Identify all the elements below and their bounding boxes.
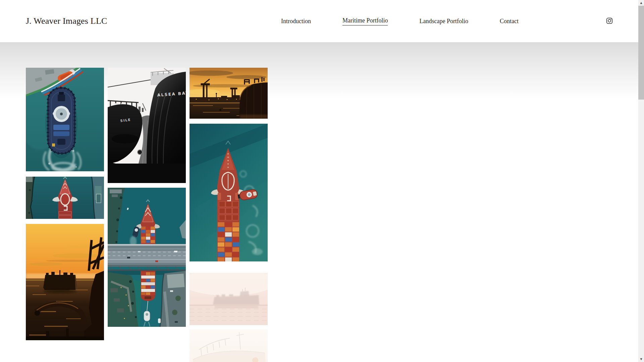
vertical-scrollbar[interactable]: ▲ ▼	[638, 0, 644, 362]
gallery-column-2: ALSEA BAY SILE	[108, 68, 186, 327]
sunset-car-carrier-photo	[26, 224, 104, 340]
gallery-column-1	[26, 68, 104, 340]
nav-maritime-portfolio[interactable]: Maritime Portfolio	[342, 17, 388, 25]
gallery-photo-bw-ship-hulls[interactable]: ALSEA BAY SILE	[108, 68, 186, 183]
scrollbar-down-button[interactable]: ▼	[638, 356, 644, 362]
gallery-photo-bridge-container-ship[interactable]	[108, 188, 186, 327]
faint-ship-bow-photo	[190, 329, 268, 362]
nav-landscape-portfolio[interactable]: Landscape Portfolio	[419, 18, 468, 25]
gallery-photo-tugboat-aerial[interactable]	[26, 68, 104, 171]
hazy-ship-mist-photo	[190, 273, 268, 325]
gallery-photo-sunset-harbor-cranes[interactable]	[190, 68, 268, 119]
gallery-photo-red-ship-bow-dock[interactable]	[26, 177, 104, 219]
maritime-portfolio-page: J. Weaver Images LLC Introduction Mariti…	[0, 0, 638, 362]
container-ship-tug-aerial-photo	[190, 124, 268, 261]
gallery-photo-faint-ship-bow[interactable]	[190, 329, 268, 362]
red-ship-bow-dock-photo	[26, 177, 104, 219]
site-header: J. Weaver Images LLC Introduction Mariti…	[0, 0, 638, 42]
instagram-link[interactable]	[606, 17, 613, 24]
bw-ship-hulls-photo: ALSEA BAY SILE	[108, 68, 186, 183]
nav-introduction[interactable]: Introduction	[281, 18, 311, 25]
content-area: ALSEA BAY SILE	[0, 42, 638, 362]
gallery-column-3	[190, 68, 268, 362]
main-nav: Introduction Maritime Portfolio Landscap…	[281, 0, 519, 42]
instagram-icon	[606, 17, 613, 24]
site-title-link[interactable]: J. Weaver Images LLC	[26, 0, 107, 42]
scrollbar-thumb[interactable]	[638, 6, 644, 100]
gallery-photo-container-ship-tug-aerial[interactable]	[190, 124, 268, 261]
gallery-photo-hazy-ship-mist[interactable]	[190, 273, 268, 325]
scrollbar-up-button[interactable]: ▲	[638, 0, 644, 6]
bridge-container-ship-photo	[108, 188, 186, 327]
nav-contact[interactable]: Contact	[500, 18, 519, 25]
sunset-harbor-cranes-photo	[190, 68, 268, 119]
tugboat-aerial-photo	[26, 68, 104, 171]
gallery-photo-sunset-car-carrier[interactable]	[26, 224, 104, 340]
